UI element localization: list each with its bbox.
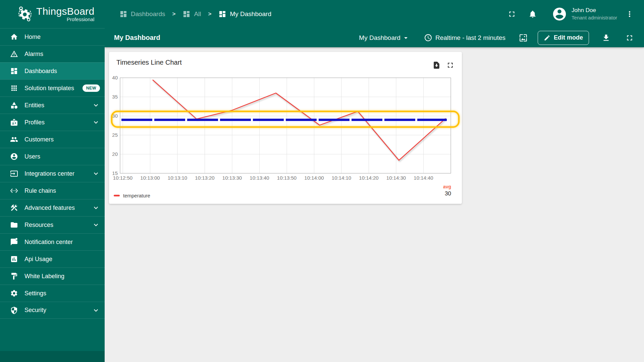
dashboards-icon <box>218 10 226 18</box>
sidebar-item-settings[interactable]: Settings <box>0 285 105 302</box>
sidebar-item-label: Integrations center <box>24 170 86 177</box>
sidebar-item-resources[interactable]: Resources <box>0 216 105 233</box>
sidebar-item-alarms[interactable]: Alarms <box>0 45 105 62</box>
rule-chains-icon <box>10 187 18 195</box>
sidebar-item-users[interactable]: Users <box>0 148 105 165</box>
sidebar-item-label: Customers <box>24 136 100 143</box>
edit-pencil-icon <box>544 35 550 41</box>
sidebar-item-integrations-center[interactable]: Integrations center <box>0 165 105 182</box>
chevron-down-icon <box>92 221 100 229</box>
breadcrumb-label: Dashboards <box>131 10 165 18</box>
time-window-button[interactable]: Realtime - last 2 minutes <box>424 34 505 42</box>
notifications-icon[interactable] <box>528 10 537 18</box>
breadcrumb-label: My Dashboard <box>230 10 271 18</box>
header-actions: John Doe Tenant administrator <box>507 0 634 28</box>
svg-text:10:12:50: 10:12:50 <box>113 175 132 181</box>
sidebar-item-label: Alarms <box>24 51 100 58</box>
svg-text:40: 40 <box>112 75 118 80</box>
breadcrumb-label: All <box>194 10 201 18</box>
top-header: Dashboards>All>My Dashboard John Doe Ten… <box>105 0 644 47</box>
dashboard-select[interactable]: My Dashboard <box>359 34 410 42</box>
sidebar-item-rule-chains[interactable]: Rule chains <box>0 182 105 199</box>
customers-icon <box>10 135 18 143</box>
more-vert-icon[interactable] <box>625 10 634 18</box>
sidebar-item-label: Resources <box>24 222 86 229</box>
sidebar-item-label: Security <box>24 307 86 314</box>
chevron-down-icon <box>92 170 100 178</box>
notification-icon <box>10 238 18 246</box>
sidebar-menu: HomeAlarmsDashboardsSolution templatesNE… <box>0 28 105 319</box>
svg-text:10:13:30: 10:13:30 <box>222 175 242 181</box>
profiles-icon <box>10 118 18 126</box>
integrations-icon <box>10 170 18 178</box>
solution-templates-icon <box>10 84 18 92</box>
security-icon <box>10 306 18 314</box>
sidebar-item-label: Notification center <box>24 239 100 246</box>
api-usage-icon <box>10 255 18 263</box>
sidebar-item-solution-templates[interactable]: Solution templatesNEW <box>0 79 105 97</box>
sidebar-item-entities[interactable]: Entities <box>0 97 105 114</box>
breadcrumb-separator: > <box>208 11 212 17</box>
sidebar-item-api-usage[interactable]: Api Usage <box>0 250 105 267</box>
edit-mode-label: Edit mode <box>554 34 583 41</box>
clock-icon <box>424 34 432 42</box>
timeseries-widget-card: Timeseries Line Chart 15202530354010:12:… <box>109 52 462 204</box>
toolbar-fullscreen-icon[interactable] <box>625 34 634 42</box>
sidebar-item-dashboards[interactable]: Dashboards <box>0 62 105 79</box>
chevron-down-icon <box>92 204 100 212</box>
thingsboard-logo-icon <box>16 5 34 23</box>
sidebar-item-notification-center[interactable]: Notification center <box>0 233 105 250</box>
app-logo[interactable]: ThingsBoard Professional <box>0 0 105 28</box>
legend-avg-label[interactable]: avg <box>443 184 451 189</box>
user-name: John Doe <box>572 7 617 14</box>
chevron-down-icon <box>92 306 100 314</box>
svg-text:10:14:20: 10:14:20 <box>359 175 378 181</box>
breadcrumb: Dashboards>All>My Dashboard <box>119 0 271 28</box>
brand-subtitle: Professional <box>67 16 95 22</box>
brand-name: ThingsBoard <box>36 6 94 17</box>
breadcrumb-item-my-dashboard[interactable]: My Dashboard <box>218 10 271 18</box>
legend-avg-value: 30 <box>445 190 451 197</box>
legend-swatch <box>114 195 120 196</box>
sidebar-item-label: Rule chains <box>24 187 100 194</box>
legend-item-temperature[interactable]: temperature <box>114 193 150 198</box>
breadcrumb-separator: > <box>172 11 175 17</box>
avatar[interactable] <box>552 6 567 22</box>
sidebar-item-label: Settings <box>24 290 100 297</box>
timeseries-chart: 15202530354010:12:5010:13:0010:13:1010:1… <box>109 52 462 204</box>
chevron-down-icon <box>92 101 100 109</box>
sidebar-item-label: Advanced features <box>24 204 86 212</box>
resources-icon <box>10 221 18 229</box>
time-window-label: Realtime - last 2 minutes <box>435 34 505 42</box>
sidebar-item-advanced-features[interactable]: Advanced features <box>0 199 105 216</box>
edit-mode-button[interactable]: Edit mode <box>538 31 589 45</box>
svg-text:10:13:00: 10:13:00 <box>140 175 160 181</box>
wallpaper-icon[interactable] <box>519 34 528 42</box>
sidebar-item-label: Profiles <box>24 119 86 126</box>
sidebar-item-white-labeling[interactable]: White Labeling <box>0 267 105 285</box>
user-info[interactable]: John Doe Tenant administrator <box>572 7 617 21</box>
settings-icon <box>10 289 18 297</box>
dashboards-icon <box>10 67 18 75</box>
svg-text:10:13:10: 10:13:10 <box>168 175 187 181</box>
white-labeling-icon <box>10 272 18 280</box>
sidebar-item-home[interactable]: Home <box>0 28 105 45</box>
sidebar-item-customers[interactable]: Customers <box>0 131 105 148</box>
svg-text:10:14:30: 10:14:30 <box>386 175 406 181</box>
sidebar-footer-strip <box>0 351 105 362</box>
dashboard-select-value: My Dashboard <box>359 34 400 42</box>
sidebar-item-profiles[interactable]: Profiles <box>0 114 105 131</box>
svg-text:10:13:40: 10:13:40 <box>250 175 269 181</box>
svg-text:10:14:00: 10:14:00 <box>304 175 324 181</box>
breadcrumb-item-dashboards[interactable]: Dashboards <box>119 10 165 18</box>
entities-icon <box>10 101 18 109</box>
sidebar-item-label: Users <box>24 153 100 160</box>
sidebar-item-security[interactable]: Security <box>0 302 105 319</box>
dropdown-caret-icon <box>402 34 410 42</box>
user-role: Tenant administrator <box>572 14 617 21</box>
download-icon[interactable] <box>602 34 610 42</box>
fullscreen-icon[interactable] <box>507 10 516 18</box>
sidebar-item-label: Entities <box>24 102 86 109</box>
dashboards-icon <box>119 10 127 18</box>
breadcrumb-item-all[interactable]: All <box>182 10 201 18</box>
